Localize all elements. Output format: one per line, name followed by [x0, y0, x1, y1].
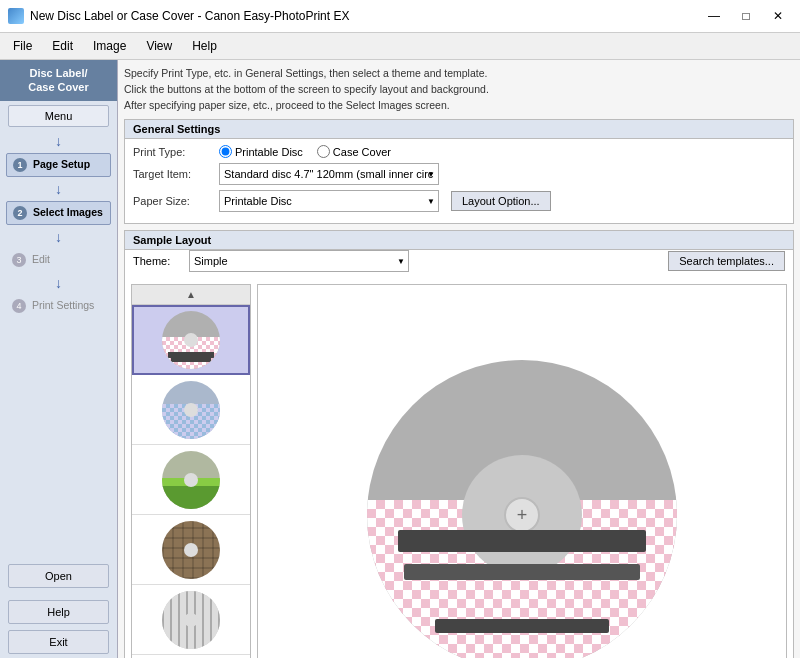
disc-thumbnail-3	[162, 451, 220, 509]
sidebar-header: Disc Label/Case Cover	[0, 60, 117, 101]
sample-body: ▲	[125, 278, 793, 658]
printable-disc-option[interactable]: Printable Disc	[219, 145, 303, 158]
print-type-row: Print Type: Printable Disc Case Cover	[133, 145, 785, 158]
case-cover-option[interactable]: Case Cover	[317, 145, 391, 158]
sample-layout-title: Sample Layout	[125, 231, 793, 250]
theme-row: Theme: Simple Search templates...	[125, 250, 793, 278]
open-button[interactable]: Open	[8, 564, 109, 588]
printable-disc-radio[interactable]	[219, 145, 232, 158]
content-area: Specify Print Type, etc. in General Sett…	[118, 60, 800, 658]
paper-size-select-wrapper: Printable Disc	[219, 190, 439, 212]
instruction-line2: Click the buttons at the bottom of the s…	[124, 82, 794, 98]
menu-help[interactable]: Help	[183, 35, 226, 57]
step-arrow-4: ↓	[0, 273, 117, 293]
paper-size-select[interactable]: Printable Disc	[219, 190, 439, 212]
step-arrow-2: ↓	[0, 179, 117, 199]
disc-bar-1	[398, 530, 646, 552]
step-arrow-1: ↓	[0, 131, 117, 151]
help-button[interactable]: Help	[8, 600, 109, 624]
paper-size-label: Paper Size:	[133, 195, 213, 207]
sidebar-step-page-setup[interactable]: 1 Page Setup	[6, 153, 111, 177]
thumbnail-item-5[interactable]	[132, 585, 250, 655]
disc-thumbnail-4	[162, 521, 220, 579]
theme-select[interactable]: Simple	[189, 250, 409, 272]
instruction-line3: After specifying paper size, etc., proce…	[124, 98, 794, 114]
target-item-select[interactable]: Standard disc 4.7" 120mm (small inner ci…	[219, 163, 439, 185]
general-settings-panel: General Settings Print Type: Printable D…	[124, 119, 794, 224]
thumbnail-item-3[interactable]	[132, 445, 250, 515]
step-label-2: Select Images	[33, 206, 103, 218]
layout-option-button[interactable]: Layout Option...	[451, 191, 551, 211]
instruction-line1: Specify Print Type, etc. in General Sett…	[124, 66, 794, 82]
print-type-radio-group: Printable Disc Case Cover	[219, 145, 391, 158]
thumbnail-item-4[interactable]	[132, 515, 250, 585]
step-label-4: Print Settings	[32, 299, 94, 311]
disc-thumb-inner-4	[184, 543, 198, 557]
exit-button[interactable]: Exit	[8, 630, 109, 654]
target-item-row: Target Item: Standard disc 4.7" 120mm (s…	[133, 163, 785, 185]
maximize-button[interactable]: □	[732, 6, 760, 26]
case-cover-label: Case Cover	[333, 146, 391, 158]
sidebar-step-edit[interactable]: 3 Edit	[6, 249, 111, 271]
main-container: Disc Label/Case Cover Menu ↓ 1 Page Setu…	[0, 60, 800, 658]
scroll-up-button[interactable]: ▲	[132, 285, 250, 305]
paper-size-row: Paper Size: Printable Disc Layout Option…	[133, 190, 785, 212]
general-settings-body: Print Type: Printable Disc Case Cover	[125, 139, 793, 223]
disc-thumb-inner-5	[184, 613, 198, 627]
title-bar: New Disc Label or Case Cover - Canon Eas…	[0, 0, 800, 33]
sample-layout-section: Sample Layout Theme: Simple Search templ…	[124, 230, 794, 658]
close-button[interactable]: ✕	[764, 6, 792, 26]
target-item-label: Target Item:	[133, 168, 213, 180]
app-icon	[8, 8, 24, 24]
print-type-label: Print Type:	[133, 146, 213, 158]
instructions: Specify Print Type, etc. in General Sett…	[124, 66, 794, 113]
disc-thumbnail-2	[162, 381, 220, 439]
menu-view[interactable]: View	[137, 35, 181, 57]
step-num-4: 4	[12, 299, 26, 313]
case-cover-radio[interactable]	[317, 145, 330, 158]
window-controls: — □ ✕	[700, 6, 792, 26]
general-settings-title: General Settings	[125, 120, 793, 139]
disc-thumbnail-5	[162, 591, 220, 649]
step-label-1: Page Setup	[33, 158, 90, 170]
disc-thumb-inner-2	[184, 403, 198, 417]
step-num-1: 1	[13, 158, 27, 172]
thumbnail-item-1[interactable]	[132, 305, 250, 375]
preview-area: + LO4D.com	[257, 284, 787, 658]
search-templates-button[interactable]: Search templates...	[668, 251, 785, 271]
menu-bar: File Edit Image View Help	[0, 33, 800, 60]
thumbnail-list: ▲	[131, 284, 251, 658]
disc-center-hole: +	[504, 497, 540, 533]
step-label-3: Edit	[32, 253, 50, 265]
disc-preview: +	[367, 360, 677, 658]
step-num-3: 3	[12, 253, 26, 267]
sidebar-step-print-settings[interactable]: 4 Print Settings	[6, 295, 111, 317]
target-item-select-wrapper: Standard disc 4.7" 120mm (small inner ci…	[219, 163, 439, 185]
printable-disc-label: Printable Disc	[235, 146, 303, 158]
step-num-2: 2	[13, 206, 27, 220]
step-arrow-3: ↓	[0, 227, 117, 247]
menu-file[interactable]: File	[4, 35, 41, 57]
thumbnail-item-2[interactable]	[132, 375, 250, 445]
window-title: New Disc Label or Case Cover - Canon Eas…	[30, 9, 349, 23]
sidebar: Disc Label/Case Cover Menu ↓ 1 Page Setu…	[0, 60, 118, 658]
minimize-button[interactable]: —	[700, 6, 728, 26]
disc-bar-3	[435, 619, 609, 633]
disc-thumbnail-1	[162, 311, 220, 369]
theme-select-wrapper: Simple	[189, 250, 409, 272]
disc-bar-2	[404, 564, 640, 580]
disc-thumb-inner-3	[184, 473, 198, 487]
menu-image[interactable]: Image	[84, 35, 135, 57]
theme-label: Theme:	[133, 255, 183, 267]
menu-edit[interactable]: Edit	[43, 35, 82, 57]
disc-thumb-inner-1	[184, 333, 198, 347]
sidebar-step-select-images[interactable]: 2 Select Images	[6, 201, 111, 225]
menu-button[interactable]: Menu	[8, 105, 109, 127]
thumbnail-items	[132, 305, 250, 658]
